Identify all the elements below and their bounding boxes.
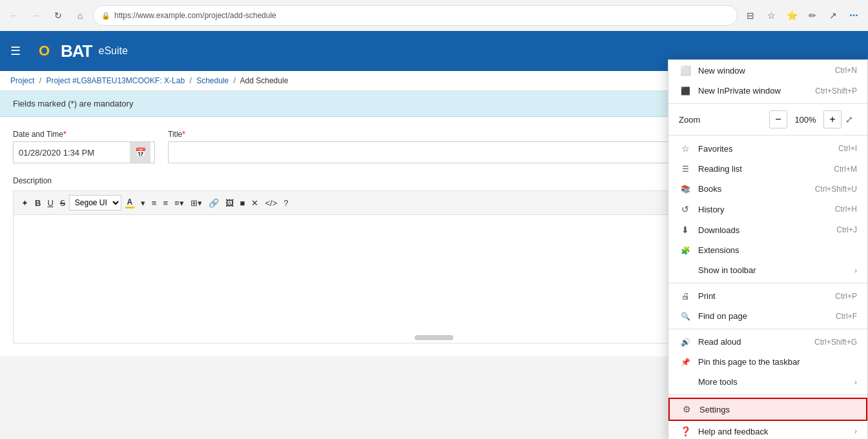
show-toolbar-label: Show in toolbar bbox=[698, 265, 852, 275]
read-aloud-label: Read aloud bbox=[698, 337, 809, 347]
collections-button[interactable]: ⭐ bbox=[783, 6, 801, 25]
reading-list-label: Reading list bbox=[698, 164, 829, 174]
lock-icon: 🔒 bbox=[101, 12, 110, 20]
calendar-button[interactable]: 📅 bbox=[130, 142, 150, 163]
menu-item-read-aloud[interactable]: 🔊 Read aloud Ctrl+Shift+G bbox=[668, 332, 867, 352]
breadcrumb-sep-2: / bbox=[189, 76, 191, 85]
breadcrumb-project-id[interactable]: Project #LG8ABTEU13MCOOKF: X-Lab bbox=[46, 76, 185, 85]
books-shortcut: Ctrl+Shift+U bbox=[815, 185, 857, 194]
history-label: History bbox=[698, 205, 830, 214]
new-inprivate-shortcut: Ctrl+Shift+P bbox=[815, 87, 857, 96]
zoom-plus-btn[interactable]: + bbox=[823, 110, 842, 128]
menu-item-new-inprivate[interactable]: ⬛ New InPrivate window Ctrl+Shift+P bbox=[668, 81, 867, 101]
date-input[interactable] bbox=[14, 142, 130, 163]
settings-label: Settings bbox=[699, 405, 856, 414]
editor-bold-btn[interactable]: B bbox=[32, 195, 43, 210]
menu-item-more-tools[interactable]: More tools › bbox=[668, 372, 867, 392]
divider-4 bbox=[668, 329, 867, 329]
new-inprivate-icon: ⬛ bbox=[679, 87, 692, 96]
favorites-button[interactable]: ☆ bbox=[762, 6, 780, 25]
editor-color-dropdown-btn[interactable]: ▾ bbox=[138, 195, 148, 210]
menu-item-show-toolbar[interactable]: Show in toolbar › bbox=[668, 260, 867, 280]
divider-3 bbox=[668, 283, 867, 283]
new-window-label: New window bbox=[698, 66, 830, 76]
home-button[interactable]: ⌂ bbox=[71, 6, 89, 25]
books-icon: 📚 bbox=[679, 185, 692, 194]
editor-link-btn[interactable]: 🔗 bbox=[206, 195, 222, 210]
favorites-shortcut: Ctrl+I bbox=[838, 144, 857, 153]
divider-1 bbox=[668, 103, 867, 104]
pin-taskbar-label: Pin this page to the taskbar bbox=[698, 357, 857, 367]
zoom-label: Zoom bbox=[679, 115, 769, 125]
favorites-icon: ☆ bbox=[679, 143, 692, 154]
editor-table-btn[interactable]: ⊞▾ bbox=[188, 195, 205, 210]
breadcrumb-sep-1: / bbox=[39, 76, 41, 85]
toolbar-icons: ⊟ ☆ ⭐ ✏ ↗ ··· bbox=[741, 6, 863, 25]
date-input-wrapper: 📅 bbox=[13, 141, 155, 163]
date-required: * bbox=[63, 130, 67, 139]
print-label: Print bbox=[698, 291, 830, 301]
editor-code-btn[interactable]: </> bbox=[262, 195, 280, 210]
help-feedback-icon: ❓ bbox=[679, 426, 692, 436]
help-feedback-arrow: › bbox=[854, 427, 857, 436]
breadcrumb-project[interactable]: Project bbox=[10, 76, 34, 85]
menu-item-pin-taskbar[interactable]: 📌 Pin this page to the taskbar bbox=[668, 352, 867, 372]
find-icon: 🔍 bbox=[679, 312, 692, 321]
font-selector[interactable]: Segoe UI bbox=[69, 195, 121, 210]
tab-grid-button[interactable]: ⊟ bbox=[741, 6, 760, 25]
share-button[interactable]: ↗ bbox=[824, 6, 842, 25]
menu-item-new-window[interactable]: ⬜ New window Ctrl+N bbox=[668, 60, 867, 81]
editor-bullet-btn[interactable]: ≡ bbox=[149, 195, 160, 210]
more-tools-arrow: › bbox=[854, 378, 857, 387]
menu-item-downloads[interactable]: ⬇ Downloads Ctrl+J bbox=[668, 220, 867, 240]
notes-button[interactable]: ✏ bbox=[803, 6, 822, 25]
forward-button[interactable]: → bbox=[27, 6, 45, 25]
editor-help-btn[interactable]: ? bbox=[281, 195, 291, 210]
address-bar[interactable]: 🔒 https://www.example.com/project/add-sc… bbox=[93, 5, 738, 26]
print-shortcut: Ctrl+P bbox=[835, 292, 857, 301]
menu-item-settings[interactable]: ⚙ Settings bbox=[668, 398, 867, 421]
editor-numbered-btn[interactable]: ≡ bbox=[160, 195, 170, 210]
editor-strike-btn[interactable]: S̶ bbox=[57, 195, 68, 210]
reading-list-shortcut: Ctrl+M bbox=[834, 165, 857, 174]
menu-item-reading-list[interactable]: ☰ Reading list Ctrl+M bbox=[668, 159, 867, 179]
help-feedback-label: Help and feedback bbox=[698, 427, 852, 436]
editor-fullscreen-btn[interactable]: ✕ bbox=[249, 195, 261, 210]
zoom-control: Zoom − 100% + ⤢ bbox=[668, 107, 867, 132]
breadcrumb-schedule[interactable]: Schedule bbox=[196, 76, 229, 85]
editor-image-btn[interactable]: 🖼 bbox=[223, 195, 236, 210]
menu-item-help-feedback[interactable]: ❓ Help and feedback › bbox=[668, 421, 867, 439]
menu-item-extensions[interactable]: 🧩 Extensions bbox=[668, 240, 867, 260]
menu-item-favorites[interactable]: ☆ Favorites Ctrl+I bbox=[668, 138, 867, 159]
zoom-value: 100% bbox=[792, 115, 818, 125]
divider-2 bbox=[668, 135, 867, 136]
menu-item-history[interactable]: ↺ History Ctrl+H bbox=[668, 199, 867, 220]
editor-color-btn[interactable]: A bbox=[123, 195, 137, 210]
read-aloud-icon: 🔊 bbox=[679, 338, 692, 347]
browser-chrome: ← → ↻ ⌂ 🔒 https://www.example.com/projec… bbox=[0, 0, 868, 31]
editor-scrollbar[interactable] bbox=[415, 335, 453, 340]
editor-align-btn[interactable]: ≡▾ bbox=[172, 195, 187, 210]
svg-text:O: O bbox=[39, 43, 50, 59]
refresh-button[interactable]: ↻ bbox=[49, 6, 67, 25]
hamburger-menu[interactable]: ☰ bbox=[10, 44, 21, 58]
editor-underline-btn[interactable]: U bbox=[45, 195, 56, 210]
editor-block-btn[interactable]: ■ bbox=[238, 195, 248, 210]
print-icon: 🖨 bbox=[679, 291, 692, 301]
menu-item-books[interactable]: 📚 Books Ctrl+Shift+U bbox=[668, 179, 867, 199]
back-button[interactable]: ← bbox=[5, 6, 23, 25]
menu-item-find[interactable]: 🔍 Find on page Ctrl+F bbox=[668, 306, 867, 326]
find-shortcut: Ctrl+F bbox=[836, 312, 857, 321]
new-window-shortcut: Ctrl+N bbox=[835, 66, 857, 75]
history-icon: ↺ bbox=[679, 204, 692, 214]
zoom-expand-btn[interactable]: ⤢ bbox=[842, 112, 857, 127]
editor-sparkle-btn[interactable]: ✦ bbox=[19, 195, 31, 210]
settings-more-button[interactable]: ··· bbox=[845, 6, 863, 25]
more-tools-label: More tools bbox=[698, 377, 852, 387]
menu-item-print[interactable]: 🖨 Print Ctrl+P bbox=[668, 286, 867, 306]
bat-logo-icon: O bbox=[31, 39, 58, 63]
zoom-minus-btn[interactable]: − bbox=[769, 110, 787, 128]
pin-taskbar-icon: 📌 bbox=[679, 358, 692, 367]
browser-toolbar: ← → ↻ ⌂ 🔒 https://www.example.com/projec… bbox=[0, 0, 868, 31]
extensions-label: Extensions bbox=[698, 245, 857, 255]
